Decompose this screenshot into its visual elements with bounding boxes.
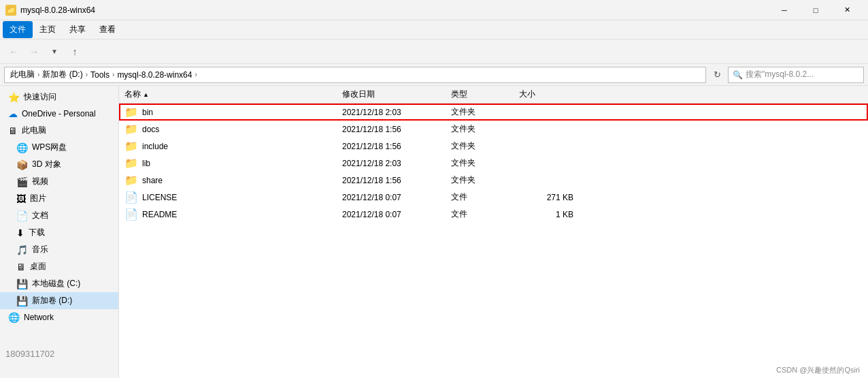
- file-name: 📁lib: [124, 157, 342, 170]
- file-name: 📁include: [124, 140, 342, 153]
- downloads-icon: ⬇: [16, 227, 24, 238]
- sidebar-label-music: 音乐: [32, 244, 48, 255]
- sidebar-item-downloads[interactable]: ⬇ 下载: [0, 224, 118, 241]
- nav-back-button[interactable]: ←: [4, 42, 23, 61]
- file-type: 文件: [451, 191, 519, 203]
- folder-icon: 📁: [5, 5, 16, 16]
- window-title: mysql-8.0.28-winx64: [20, 5, 95, 15]
- sidebar-label-downloads: 下载: [29, 227, 45, 238]
- file-name: 📄LICENSE: [124, 191, 342, 204]
- breadcrumb[interactable]: 此电脑 › 新加卷 (D:) › Tools › mysql-8.0.28-wi…: [4, 67, 706, 83]
- menu-share[interactable]: 共享: [63, 21, 93, 38]
- main-layout: ⭐ 快速访问 ☁ OneDrive - Personal 🖥 此电脑 🌐 WPS…: [0, 86, 868, 378]
- file-date: 2021/12/18 0:07: [342, 193, 451, 202]
- minimize-button[interactable]: ─: [769, 0, 800, 20]
- sidebar-item-local-disk-c[interactable]: 💾 本地磁盘 (C:): [0, 275, 118, 292]
- address-bar: 此电脑 › 新加卷 (D:) › Tools › mysql-8.0.28-wi…: [0, 64, 868, 86]
- content-area: 名称 ▲ 修改日期 类型 大小 📁bin2021/12/18 2:03文件夹📁d…: [119, 86, 868, 378]
- col-header-name[interactable]: 名称 ▲: [124, 89, 342, 100]
- quick-access-icon: ⭐: [8, 92, 20, 103]
- sort-arrow: ▲: [143, 91, 149, 98]
- network-icon: 🌐: [8, 312, 20, 323]
- sidebar: ⭐ 快速访问 ☁ OneDrive - Personal 🖥 此电脑 🌐 WPS…: [0, 86, 119, 378]
- file-type: 文件夹: [451, 174, 519, 186]
- sidebar-label-pictures: 图片: [30, 193, 46, 204]
- table-row[interactable]: 📁share2021/12/18 1:56文件夹: [119, 172, 868, 189]
- file-icon: 📄: [124, 191, 138, 204]
- search-placeholder: 搜索"mysql-8.0.2...: [746, 69, 814, 80]
- sidebar-item-new-volume-d[interactable]: 💾 新加卷 (D:): [0, 292, 118, 309]
- sidebar-item-network[interactable]: 🌐 Network: [0, 309, 118, 326]
- col-header-size[interactable]: 大小: [519, 89, 573, 100]
- file-date: 2021/12/18 0:07: [342, 210, 451, 219]
- file-size: 1 KB: [519, 210, 573, 219]
- sidebar-item-desktop[interactable]: 🖥 桌面: [0, 258, 118, 275]
- csdn-credit: CSDN @兴趣使然的Qsiri: [776, 365, 860, 375]
- this-pc-icon: 🖥: [8, 125, 18, 136]
- file-type: 文件夹: [451, 123, 519, 135]
- file-name: 📁share: [124, 174, 342, 187]
- sidebar-item-onedrive[interactable]: ☁ OneDrive - Personal: [0, 106, 118, 122]
- sidebar-label-onedrive: OneDrive - Personal: [22, 109, 96, 119]
- sidebar-item-pictures[interactable]: 🖼 图片: [0, 190, 118, 207]
- music-icon: 🎵: [16, 245, 28, 255]
- title-bar: 📁 mysql-8.0.28-winx64 ─ □ ✕: [0, 0, 868, 20]
- file-type: 文件夹: [451, 106, 519, 118]
- folder-icon: 📁: [124, 106, 138, 119]
- sidebar-item-documents[interactable]: 📄 文档: [0, 207, 118, 224]
- file-icon: 📄: [124, 208, 138, 221]
- menu-view[interactable]: 查看: [93, 21, 122, 38]
- file-name: 📁bin: [124, 106, 342, 119]
- desktop-icon: 🖥: [16, 262, 26, 272]
- folder-icon: 📁: [124, 140, 138, 153]
- col-type-label: 类型: [451, 89, 467, 100]
- folder-icon: 📁: [124, 157, 138, 170]
- search-box[interactable]: 🔍 搜索"mysql-8.0.2...: [728, 67, 864, 83]
- table-row[interactable]: 📁docs2021/12/18 1:56文件夹: [119, 121, 868, 138]
- menu-home[interactable]: 主页: [33, 21, 63, 38]
- sidebar-item-wps[interactable]: 🌐 WPS网盘: [0, 139, 118, 156]
- sidebar-label-network: Network: [24, 313, 54, 322]
- table-row[interactable]: 📄LICENSE2021/12/18 0:07文件271 KB: [119, 189, 868, 206]
- onedrive-icon: ☁: [8, 108, 18, 119]
- sidebar-item-videos[interactable]: 🎬 视频: [0, 173, 118, 190]
- nav-recent-button[interactable]: ▼: [45, 42, 64, 61]
- table-row[interactable]: 📁bin2021/12/18 2:03文件夹: [119, 104, 868, 121]
- menu-file[interactable]: 文件: [3, 21, 33, 38]
- folder-icon: 📁: [124, 174, 138, 187]
- bc-part-1: 新加卷 (D:): [42, 69, 82, 80]
- table-row[interactable]: 📄README2021/12/18 0:07文件1 KB: [119, 206, 868, 223]
- sidebar-item-3d-objects[interactable]: 📦 3D 对象: [0, 156, 118, 173]
- sidebar-label-desktop: 桌面: [30, 261, 46, 272]
- file-list: 名称 ▲ 修改日期 类型 大小 📁bin2021/12/18 2:03文件夹📁d…: [119, 86, 868, 223]
- bc-part-3: mysql-8.0.28-winx64: [117, 70, 192, 80]
- title-bar-left: 📁 mysql-8.0.28-winx64: [5, 5, 95, 16]
- col-header-type[interactable]: 类型: [451, 89, 519, 100]
- maximize-button[interactable]: □: [800, 0, 831, 20]
- toolbar: ← → ▼ ↑: [0, 40, 868, 64]
- sidebar-label-quick-access: 快速访问: [24, 91, 56, 103]
- new-volume-d-icon: 💾: [16, 296, 28, 306]
- table-row[interactable]: 📁lib2021/12/18 2:03文件夹: [119, 155, 868, 172]
- sidebar-item-music[interactable]: 🎵 音乐: [0, 241, 118, 258]
- table-row[interactable]: 📁include2021/12/18 1:56文件夹: [119, 138, 868, 155]
- nav-forward-button[interactable]: →: [24, 42, 44, 61]
- col-header-date[interactable]: 修改日期: [342, 89, 451, 100]
- sidebar-item-this-pc[interactable]: 🖥 此电脑: [0, 122, 118, 139]
- file-rows-container: 📁bin2021/12/18 2:03文件夹📁docs2021/12/18 1:…: [119, 104, 868, 223]
- file-type: 文件: [451, 208, 519, 220]
- file-date: 2021/12/18 2:03: [342, 108, 451, 117]
- bc-part-0: 此电脑: [10, 69, 35, 80]
- 3d-objects-icon: 📦: [16, 159, 28, 170]
- sidebar-label-wps: WPS网盘: [32, 142, 67, 153]
- refresh-button[interactable]: ↻: [709, 67, 725, 83]
- menu-bar: 文件 主页 共享 查看: [0, 20, 868, 40]
- file-name: 📄README: [124, 208, 342, 221]
- col-name-label: 名称: [124, 89, 141, 100]
- sidebar-item-quick-access[interactable]: ⭐ 快速访问: [0, 89, 118, 106]
- nav-up-button[interactable]: ↑: [65, 42, 84, 61]
- sidebar-label-documents: 文档: [32, 210, 48, 221]
- close-button[interactable]: ✕: [831, 0, 863, 20]
- sidebar-label-new-volume-d: 新加卷 (D:): [32, 295, 72, 306]
- bc-part-2: Tools: [90, 70, 110, 80]
